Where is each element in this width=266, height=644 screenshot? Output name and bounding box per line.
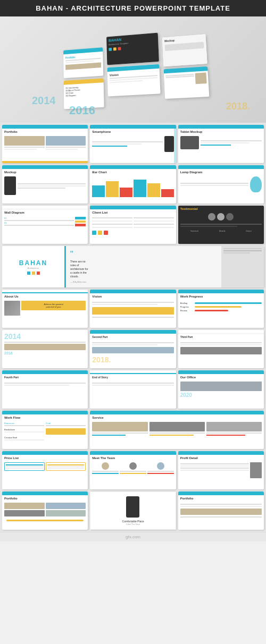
watermark-text: gfx.com: [126, 535, 140, 539]
hero-slide-1: Portfolio: [63, 47, 103, 78]
slide-client-list: Client List: [90, 206, 176, 244]
slide-service: Service: [90, 411, 264, 449]
hero-slide-4: Vision: [107, 64, 161, 96]
slide-bar-chart: Bar Chart: [90, 165, 176, 204]
slide-end-of-story: End of Story: [90, 370, 176, 409]
slide-work-progress: Work Progress Briefing Progress Review: [178, 290, 264, 328]
slide-2014: 2014 2016: [2, 330, 88, 368]
slide-portfolio-bottom1: Portfolio: [2, 492, 88, 530]
slide-lamp-diagram: Lamp Diagram: [178, 165, 264, 204]
slide-workflow: Work Flow Brainstorm Final Breakdown Cre…: [2, 411, 88, 449]
slide-about-us: About Us Achieve the greatestpotential o…: [2, 290, 88, 328]
hero-section: Portfolio 01 Introducing 02 About Theme …: [0, 16, 266, 123]
slide-tablet-mockup: Tablet Mockup: [178, 125, 264, 163]
page-header: BAHAN - ARCHITECTURE POWERPOINT TEMPLATE: [0, 0, 266, 16]
slide-smartphone: Smartphone: [90, 125, 176, 163]
slide-portfolio-right: Portfolio: [178, 492, 264, 530]
slide-portfolio-mobile: Comfortable Place Click The Next: [90, 492, 176, 530]
slide-testimonial: Testimonial Sammmuel Amanda Deason: [178, 206, 264, 244]
slide-bahan-quote: BAHAN Architecture " There are norules o…: [2, 246, 264, 287]
slides-grid: Portfolio Smartphone: [0, 123, 266, 532]
slide-vision: Vision: [90, 290, 176, 328]
slide-price-list: Price List: [2, 451, 88, 489]
hero-slide-6: [164, 66, 210, 98]
slide-portfolio: Portfolio: [2, 125, 88, 163]
watermark-label: gfx.com: [0, 532, 266, 541]
hero-slide-3: BAHAN Architecture Template: [106, 32, 159, 65]
page-title: BAHAN - ARCHITECTURE POWERPOINT TEMPLATE: [36, 4, 230, 12]
slide-mockup2: Mockup: [2, 165, 88, 204]
slide-third-part: Third Part: [178, 330, 264, 368]
hero-slide-5: Mockup: [162, 34, 207, 66]
slide-profil-detail: Profil Detail: [178, 451, 264, 489]
slide-fourth-part: Fourth Part: [2, 370, 88, 409]
slide-second-part: Second Part 2018.: [90, 330, 176, 368]
slide-wall-diagram: Wall Diagram 01 03: [2, 206, 88, 244]
slide-meet-team: Meet The Team: [90, 451, 176, 489]
slide-our-office: Our Office 2020: [178, 370, 264, 409]
